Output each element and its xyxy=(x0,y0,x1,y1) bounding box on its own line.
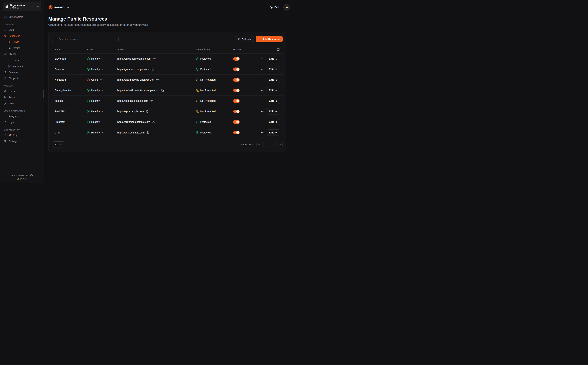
version-link[interactable]: v1.13.0 xyxy=(3,178,41,180)
status-cell[interactable]: Healthy xyxy=(87,89,117,92)
sidebar-item-logs[interactable]: Logs xyxy=(3,119,41,125)
row-menu-button[interactable] xyxy=(260,120,264,124)
chevron-down-icon xyxy=(101,58,103,60)
shield-check-icon xyxy=(196,120,199,123)
sidebar-scrollbar-thumb[interactable] xyxy=(43,90,44,98)
refresh-button[interactable]: Refresh xyxy=(235,36,254,42)
status-cell[interactable]: Offline xyxy=(87,78,117,81)
row-menu-button[interactable] xyxy=(260,99,264,103)
resource-name: Prod API xyxy=(55,110,65,113)
theme-toggle-button[interactable]: Dark xyxy=(270,6,280,9)
enabled-toggle[interactable] xyxy=(233,68,240,71)
external-link-icon xyxy=(25,178,27,180)
first-page-button[interactable] xyxy=(256,142,262,147)
edit-button[interactable]: Edit xyxy=(267,108,280,114)
sidebar-item-label: Server Admin xyxy=(8,15,40,18)
actions-cell: Edit xyxy=(261,108,280,114)
sidebar-item-public[interactable]: Public xyxy=(7,39,41,45)
chevron-down-icon xyxy=(101,100,103,102)
chevron-up-icon xyxy=(38,35,40,37)
enabled-toggle[interactable] xyxy=(233,99,240,103)
edit-button[interactable]: Edit xyxy=(267,56,280,62)
copy-url-button[interactable] xyxy=(152,120,155,124)
sidebar-item-analytics[interactable]: Analytics xyxy=(3,113,41,119)
shield-off-icon xyxy=(196,78,199,81)
column-header-authentication: Authentication xyxy=(196,48,233,51)
sidebar-item-client-users[interactable]: Users xyxy=(7,57,41,63)
edit-button[interactable]: Edit xyxy=(267,98,280,104)
users-icon xyxy=(4,96,7,98)
actions-cell: Edit xyxy=(261,56,280,62)
sidebar-item-blueprints[interactable]: Blueprints xyxy=(3,75,41,81)
laptop-icon xyxy=(8,59,11,62)
enabled-cell xyxy=(233,110,261,113)
sidebar-item-client-machines[interactable]: Machines xyxy=(7,63,41,69)
edit-button[interactable]: Edit xyxy=(267,119,280,125)
brand-logo[interactable]: PANGOLIN xyxy=(48,5,69,9)
sidebar-item-api-keys[interactable]: API Keys xyxy=(3,132,41,138)
sidebar-item-domains[interactable]: Domains xyxy=(3,69,41,75)
edition-link[interactable]: Enterprise Edition xyxy=(3,174,41,177)
sidebar-item-server-admin[interactable]: Server Admin xyxy=(3,14,41,20)
row-menu-button[interactable] xyxy=(260,88,264,92)
sidebar-item-resources[interactable]: Resources xyxy=(3,33,41,39)
row-menu-button[interactable] xyxy=(260,130,264,135)
sidebar-item-roles[interactable]: Roles xyxy=(3,94,41,100)
sites-icon xyxy=(4,28,7,31)
edit-button[interactable]: Edit xyxy=(267,129,280,136)
sidebar-item-sites[interactable]: Sites xyxy=(3,27,41,33)
status-cell[interactable]: Healthy xyxy=(87,131,117,134)
authentication-cell: Protected xyxy=(196,131,233,134)
row-menu-button[interactable] xyxy=(260,78,264,82)
status-label: Healthy xyxy=(91,120,100,123)
sidebar-item-private[interactable]: Private xyxy=(7,45,41,51)
topbar: PANGOLIN Dark M xyxy=(48,4,290,11)
sort-icon[interactable] xyxy=(212,48,215,51)
pagination-controls: Page 1 of 1 xyxy=(241,142,283,147)
sidebar-item-clients[interactable]: Clients xyxy=(3,51,41,57)
chevrons-up-down-icon xyxy=(37,6,39,8)
edit-button[interactable]: Edit xyxy=(267,87,280,93)
status-cell[interactable]: Healthy xyxy=(87,120,117,123)
add-resource-button[interactable]: Add Resource xyxy=(256,36,283,42)
enabled-toggle[interactable] xyxy=(233,89,240,92)
column-visibility-button[interactable] xyxy=(276,48,280,51)
copy-url-button[interactable] xyxy=(156,78,159,82)
status-cell[interactable]: Healthy xyxy=(87,110,117,113)
row-menu-button[interactable] xyxy=(260,57,264,61)
monitor-up-icon xyxy=(4,53,7,56)
sort-icon[interactable] xyxy=(62,48,65,51)
next-page-button[interactable] xyxy=(270,142,276,147)
page-size-select[interactable]: 20 xyxy=(52,141,65,147)
copy-url-button[interactable] xyxy=(146,131,150,134)
copy-url-button[interactable] xyxy=(150,99,153,103)
copy-url-button[interactable] xyxy=(161,89,164,92)
status-cell[interactable]: Healthy xyxy=(87,57,117,60)
enabled-toggle[interactable] xyxy=(233,110,240,113)
gear-icon xyxy=(4,140,7,143)
last-page-button[interactable] xyxy=(277,142,283,147)
enabled-toggle[interactable] xyxy=(233,120,240,124)
copy-url-button[interactable] xyxy=(145,110,149,113)
org-selector[interactable]: Organization ACME Corp. xyxy=(3,2,41,11)
avatar[interactable]: M xyxy=(283,4,290,11)
sidebar-item-users[interactable]: Users xyxy=(3,88,41,94)
enabled-toggle[interactable] xyxy=(233,57,240,61)
sidebar-item-links[interactable]: Links xyxy=(3,100,41,106)
row-menu-button[interactable] xyxy=(260,67,264,71)
prev-page-button[interactable] xyxy=(263,142,269,147)
enabled-toggle[interactable] xyxy=(233,78,240,82)
chevron-down-icon xyxy=(101,68,103,70)
copy-url-button[interactable] xyxy=(153,57,156,60)
enabled-toggle[interactable] xyxy=(233,131,240,134)
status-cell[interactable]: Healthy xyxy=(87,68,117,71)
sort-icon[interactable] xyxy=(95,48,97,51)
edit-button[interactable]: Edit xyxy=(267,77,280,83)
toggle-knob xyxy=(236,120,239,123)
copy-url-button[interactable] xyxy=(151,68,154,71)
search-input[interactable] xyxy=(59,38,116,41)
row-menu-button[interactable] xyxy=(260,109,264,114)
sidebar-item-settings[interactable]: Settings xyxy=(3,138,41,144)
edit-button[interactable]: Edit xyxy=(267,66,280,72)
status-cell[interactable]: Healthy xyxy=(87,99,117,102)
